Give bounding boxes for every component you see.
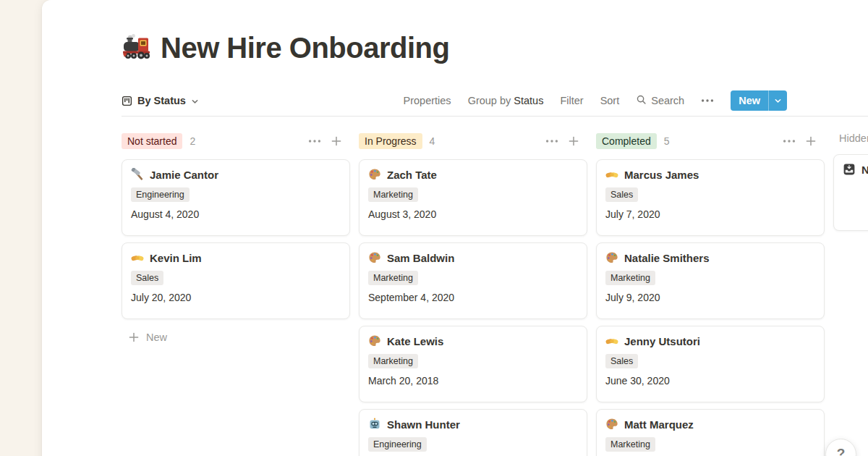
group-add-icon[interactable] [805, 135, 817, 147]
card-kate-lewis[interactable]: Kate Lewis Marketing March 20, 2018 [359, 326, 587, 402]
card-sam-baldwin[interactable]: Sam Baldwin Marketing September 4, 2020 [359, 242, 587, 319]
department-tag: Marketing [368, 354, 418, 368]
card-title: Shawn Hunter [387, 418, 460, 431]
start-date: August 4, 2020 [131, 208, 341, 220]
card-title: Kevin Lim [150, 252, 202, 264]
palette-icon [368, 251, 381, 264]
card-zach-tate[interactable]: Zach Tate Marketing August 3, 2020 [359, 159, 587, 236]
group-count: 5 [664, 135, 670, 147]
department-tag: Marketing [368, 271, 418, 285]
properties-button[interactable]: Properties [404, 95, 451, 106]
card-title: Natalie Smithers [624, 252, 710, 264]
department-tag: Marketing [605, 271, 655, 285]
search-button[interactable]: Search [636, 94, 684, 107]
department-tag: Engineering [368, 437, 427, 452]
department-tag: Marketing [605, 437, 655, 452]
start-date: September 4, 2020 [368, 292, 578, 303]
start-date: July 9, 2020 [605, 292, 815, 303]
plus-icon [128, 332, 140, 343]
group-count: 4 [430, 135, 435, 147]
hidden-groups-toggle[interactable]: Hidden [833, 132, 868, 144]
toolbar-divider [122, 116, 868, 117]
add-card-label: New [146, 332, 167, 343]
inbox-icon [843, 163, 856, 176]
palette-icon [605, 251, 618, 264]
group-more-icon[interactable] [545, 139, 558, 143]
group-add-icon[interactable] [331, 135, 342, 147]
card-natalie-smithers[interactable]: Natalie Smithers Marketing July 9, 2020 [596, 242, 825, 319]
group-header: In Progress 4 [359, 132, 587, 150]
hammer-icon [131, 168, 144, 181]
group-badge[interactable]: Not started [122, 133, 182, 149]
card-title: N [861, 164, 868, 176]
card-jamie-cantor[interactable]: Jamie Cantor Engineering August 4, 2020 [122, 159, 350, 236]
new-button-chevron[interactable] [769, 90, 787, 111]
start-date: June 30, 2020 [605, 375, 815, 387]
palette-icon [605, 418, 618, 431]
notion-page-panel: New Hire Onboarding By Status Properties… [42, 0, 868, 456]
card-jenny-utsutori[interactable]: Jenny Utsutori Sales June 30, 2020 [596, 326, 825, 402]
board-column-in-progress: In Progress 4 Zach Tate Marketing August… [359, 132, 587, 456]
group-header: Completed 5 [596, 132, 825, 150]
card-title: Matt Marquez [624, 418, 694, 431]
card-title: Kate Lewis [387, 335, 443, 347]
group-by-value: Status [514, 95, 543, 106]
hidden-groups-section: Hidden N [833, 132, 868, 231]
palette-icon [368, 334, 381, 347]
group-badge[interactable]: In Progress [359, 133, 422, 149]
view-name: By Status [137, 95, 186, 106]
department-tag: Marketing [368, 187, 418, 202]
department-tag: Engineering [131, 187, 190, 202]
hidden-card[interactable]: N [833, 154, 868, 231]
filter-button[interactable]: Filter [560, 95, 583, 106]
page-header: New Hire Onboarding [122, 30, 449, 65]
page-title[interactable]: New Hire Onboarding [161, 30, 449, 65]
board-column-completed: Completed 5 Marcus James Sales July 7, 2… [596, 132, 825, 456]
robot-icon [368, 418, 381, 431]
search-label: Search [651, 95, 684, 106]
group-by-prefix: Group by [468, 95, 511, 106]
more-options-button[interactable] [701, 98, 714, 103]
train-icon [122, 33, 152, 63]
handshake-icon [605, 168, 618, 181]
new-button-group: New [731, 90, 787, 111]
start-date: July 20, 2020 [131, 292, 341, 303]
group-header: Not started 2 [122, 132, 350, 150]
start-date: August 3, 2020 [368, 208, 578, 220]
handshake-icon [605, 334, 618, 347]
group-add-icon[interactable] [568, 135, 579, 147]
group-more-icon[interactable] [783, 139, 796, 143]
department-tag: Sales [131, 271, 163, 285]
new-button[interactable]: New [731, 90, 768, 111]
card-title: Jamie Cantor [150, 169, 218, 181]
card-marcus-james[interactable]: Marcus James Sales July 7, 2020 [596, 159, 825, 236]
card-title: Sam Baldwin [387, 252, 454, 264]
department-tag: Sales [605, 354, 638, 368]
sort-button[interactable]: Sort [600, 95, 620, 106]
group-by-button[interactable]: Group byStatus [468, 95, 544, 106]
card-title: Marcus James [624, 169, 699, 181]
card-title: Jenny Utsutori [624, 335, 700, 347]
start-date: July 7, 2020 [605, 208, 815, 220]
help-label: ? [837, 446, 846, 456]
card-shawn-hunter[interactable]: Shawn Hunter Engineering [359, 409, 587, 456]
view-toolbar: By Status Properties Group byStatus Filt… [122, 88, 787, 113]
add-card-button[interactable]: New [122, 332, 350, 343]
start-date: March 20, 2018 [368, 375, 578, 387]
group-more-icon[interactable] [308, 139, 321, 143]
view-switcher[interactable]: By Status [122, 95, 199, 106]
card-title: Zach Tate [387, 169, 437, 181]
chevron-down-icon [191, 98, 199, 106]
card-matt-marquez[interactable]: Matt Marquez Marketing [596, 409, 825, 456]
search-icon [636, 94, 647, 107]
handshake-icon [131, 251, 144, 264]
board-column-not-started: Not started 2 Jamie Cantor Engineering A… [122, 132, 350, 343]
group-badge[interactable]: Completed [596, 133, 657, 149]
department-tag: Sales [605, 187, 638, 202]
board-view-icon [122, 96, 132, 106]
palette-icon [368, 168, 381, 181]
help-button[interactable]: ? [825, 439, 856, 456]
group-count: 2 [190, 135, 195, 147]
card-kevin-lim[interactable]: Kevin Lim Sales July 20, 2020 [122, 242, 350, 319]
